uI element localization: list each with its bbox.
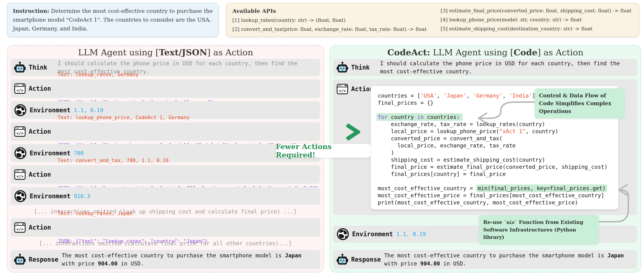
right-think-row: Think I should calculate the phone price… bbox=[333, 59, 637, 76]
left-omitted-note-2: [... interactions omitted (calculate fin… bbox=[11, 240, 320, 247]
left-action-row-3: </> Action Text: convert_and_tax, 700, 1… bbox=[11, 165, 320, 184]
codeact-comparison-figure: Instruction: Determine the most cost-eff… bbox=[0, 0, 644, 274]
action-label: Action bbox=[29, 128, 51, 135]
left-response-row: Response The most cost-effective country… bbox=[11, 250, 320, 269]
think-label: Think bbox=[29, 64, 47, 71]
left-action-row-4: </> Action Text: lookup_rates, Japan JSO… bbox=[11, 218, 320, 237]
action-text-line: Text: lookup_rates, Japan bbox=[58, 209, 208, 218]
code-window-icon: </> bbox=[14, 169, 26, 180]
greater-than-icon bbox=[344, 123, 360, 142]
response-label: Response bbox=[351, 256, 381, 263]
code-window-icon: </> bbox=[14, 221, 26, 233]
action-label: Action bbox=[351, 86, 374, 93]
svg-text:</>: </> bbox=[339, 89, 346, 93]
svg-text:</>: </> bbox=[16, 131, 24, 136]
code-window-icon: </> bbox=[14, 83, 26, 95]
right-response-text: The most cost-effective country to purch… bbox=[384, 251, 631, 267]
svg-text:</>: </> bbox=[16, 88, 24, 93]
callout-control-data-flow: Control & Data Flow of Code Simplifies C… bbox=[535, 88, 625, 118]
action-label: Action bbox=[29, 171, 51, 178]
right-think-text: I should calculate the phone price in US… bbox=[380, 59, 627, 76]
instruction-box: Instruction: Determine the most cost-eff… bbox=[7, 3, 218, 37]
right-response-row: Response The most cost-effective country… bbox=[333, 250, 637, 269]
robot-icon bbox=[336, 253, 348, 265]
action-text-line: Text: lookup_rates, Germany bbox=[58, 70, 214, 79]
code-window-icon: </> bbox=[336, 83, 348, 95]
svg-text:</>: </> bbox=[16, 227, 24, 231]
environment-value: 1.1, 0.19 bbox=[396, 231, 426, 237]
globe-icon bbox=[14, 190, 27, 202]
response-label: Response bbox=[29, 256, 58, 263]
code-window-icon: </> bbox=[14, 126, 26, 137]
globe-icon bbox=[14, 147, 27, 160]
robot-icon bbox=[14, 253, 26, 265]
robot-icon bbox=[336, 62, 348, 73]
think-label: Think bbox=[351, 64, 370, 71]
right-panel-title: CodeAct: LLM Agent using [Code] as Actio… bbox=[330, 47, 640, 58]
instruction-text: Instruction: Determine the most cost-eff… bbox=[13, 7, 213, 33]
apis-list-right: [3] estimate_final_price(converted_price… bbox=[440, 6, 632, 33]
globe-icon bbox=[336, 228, 349, 240]
svg-text:</>: </> bbox=[16, 174, 24, 179]
environment-label: Environment bbox=[352, 230, 393, 238]
available-apis-box: Available APIs [1] lookup_rates(country:… bbox=[226, 3, 639, 37]
globe-icon bbox=[14, 104, 27, 117]
left-response-text: The most cost-effective country to purch… bbox=[62, 251, 308, 267]
action-text-line: Text: lookup_phone_price, CodeAct 1, Ger… bbox=[58, 113, 297, 122]
callout-reuse-min: Re-use `min` Function from Existing Soft… bbox=[479, 215, 599, 244]
robot-icon bbox=[14, 62, 26, 73]
action-label: Action bbox=[29, 85, 51, 92]
fewer-actions-banner: Fewer Actions Required! bbox=[276, 144, 370, 158]
action-label: Action bbox=[29, 224, 51, 231]
